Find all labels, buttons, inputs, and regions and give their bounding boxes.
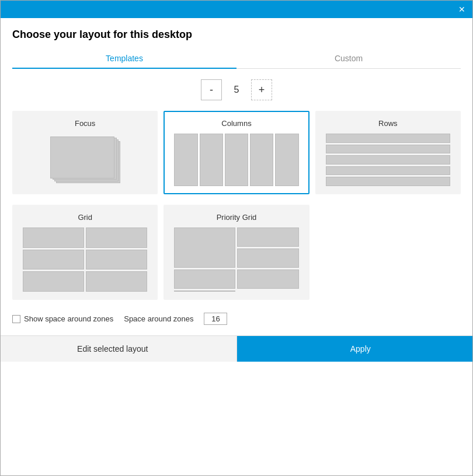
priority-zone-tall: [174, 228, 235, 268]
row-zone-4: [326, 166, 450, 176]
grid-zone-1: [23, 228, 84, 248]
tabs: Templates Custom: [12, 49, 461, 69]
show-space-label: Show space around zones: [24, 314, 113, 323]
priority-zone-4: [237, 270, 298, 289]
show-space-checkbox[interactable]: [12, 315, 20, 323]
col-zone-3: [225, 134, 248, 186]
grid-zone-2: [86, 228, 147, 248]
grid-zone-4: [86, 250, 147, 270]
focus-preview: [20, 134, 149, 186]
row-zone-3: [326, 155, 450, 164]
priority-zone-1: [237, 228, 298, 247]
counter-row: - 5 +: [12, 79, 461, 100]
row-zone-1: [326, 134, 450, 143]
col-zone-2: [200, 134, 223, 186]
rows-preview: [324, 134, 453, 186]
layout-card-rows[interactable]: Rows: [315, 111, 461, 194]
tab-templates[interactable]: Templates: [12, 49, 236, 69]
priority-grid-label: Priority Grid: [217, 213, 257, 222]
dialog-title: Choose your layout for this desktop: [12, 29, 461, 41]
space-around-row: Show space around zones Space around zon…: [12, 310, 461, 327]
grid-zone-5: [23, 271, 84, 292]
layout-card-placeholder: [315, 205, 461, 300]
grid-preview: [20, 228, 149, 292]
space-around-input[interactable]: [204, 313, 227, 325]
rows-label: Rows: [378, 119, 398, 128]
show-space-checkbox-label[interactable]: Show space around zones: [12, 314, 113, 323]
row-zone-2: [326, 145, 450, 154]
space-around-label: Space around zones: [124, 314, 193, 323]
bottom-bar: Edit selected layout Apply: [0, 335, 473, 362]
focus-label: Focus: [75, 119, 95, 128]
focus-rect-4: [50, 136, 114, 178]
layout-grid-top: Focus Columns Rows: [12, 111, 461, 194]
focus-stack: [50, 136, 120, 183]
columns-preview: [172, 134, 301, 186]
col-zone-5: [275, 134, 298, 186]
apply-button[interactable]: Apply: [237, 336, 474, 362]
layout-card-grid[interactable]: Grid: [12, 205, 158, 300]
row-zone-5: [326, 177, 450, 186]
grid-zone-6: [86, 271, 147, 292]
layout-grid-bottom: Grid Priority Grid: [12, 205, 461, 300]
priority-zone-5: [174, 290, 235, 292]
title-bar: ✕: [1, 1, 472, 18]
col-zone-4: [250, 134, 273, 186]
grid-label: Grid: [78, 213, 92, 222]
layout-card-columns[interactable]: Columns: [164, 111, 309, 194]
dialog: Choose your layout for this desktop Temp…: [1, 18, 472, 327]
priority-zone-2: [237, 249, 298, 268]
edit-layout-button[interactable]: Edit selected layout: [0, 336, 237, 362]
priority-preview: [172, 228, 301, 292]
tab-custom[interactable]: Custom: [236, 49, 461, 68]
columns-label: Columns: [221, 119, 251, 128]
layout-card-focus[interactable]: Focus: [12, 111, 158, 194]
layout-card-priority-grid[interactable]: Priority Grid: [164, 205, 309, 300]
close-icon[interactable]: ✕: [456, 4, 468, 15]
decrement-button[interactable]: -: [201, 79, 222, 100]
priority-zone-3: [174, 270, 235, 289]
grid-zone-3: [23, 250, 84, 270]
col-zone-1: [174, 134, 197, 186]
counter-value: 5: [228, 85, 245, 95]
increment-button[interactable]: +: [251, 79, 272, 100]
